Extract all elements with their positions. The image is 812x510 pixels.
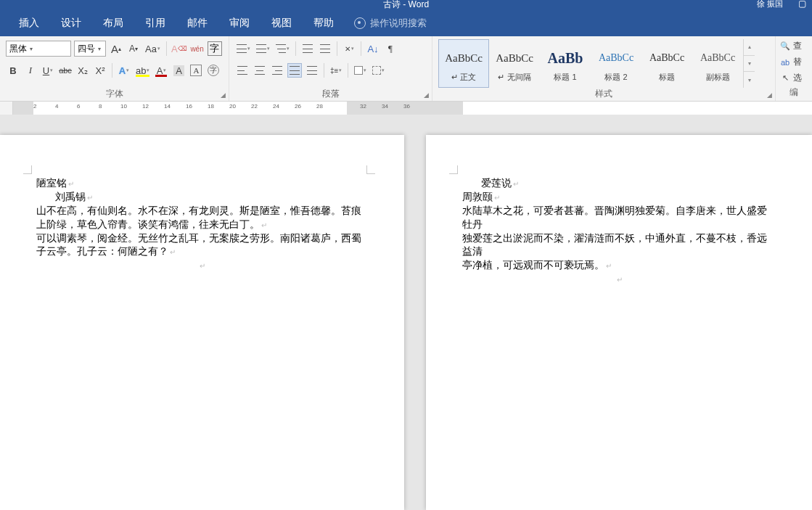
- align-left-button[interactable]: [235, 63, 250, 78]
- char-shading-button[interactable]: A: [171, 63, 186, 78]
- style-heading-1[interactable]: AaBb 标题 1: [540, 39, 591, 88]
- ruler-corner[interactable]: [0, 102, 13, 115]
- doc1-title: 陋室铭: [36, 178, 67, 189]
- change-case-button[interactable]: Aa▾: [144, 41, 162, 56]
- page-2-content[interactable]: 爱莲说↵ 周敦颐↵ 水陆草木之花，可爱者甚蕃。晋陶渊明独爱菊。自李唐来，世人盛爱…: [462, 177, 776, 287]
- style-no-spacing[interactable]: AaBbCc ↵ 无间隔: [489, 39, 540, 88]
- font-dialog-launcher[interactable]: ◢: [218, 91, 227, 99]
- enclose-characters-button[interactable]: 字: [208, 41, 222, 56]
- style-name-label: ↵ 无间隔: [498, 72, 530, 83]
- scroll-down-icon[interactable]: ▾: [744, 56, 755, 73]
- separator: [166, 41, 167, 56]
- subscript-button[interactable]: X₂: [75, 63, 90, 78]
- styles-dialog-launcher[interactable]: ◢: [765, 91, 774, 99]
- replace-label: 替: [793, 56, 802, 68]
- shrink-font-button[interactable]: A▾: [126, 41, 141, 56]
- font-name-value: 黑体: [9, 43, 27, 55]
- document-title: 古诗 - Word: [383, 0, 429, 11]
- font-name-combo[interactable]: 黑体▾: [6, 41, 71, 57]
- style-name-label: 副标题: [706, 72, 730, 83]
- show-marks-button[interactable]: ¶: [383, 41, 398, 56]
- style-name-label: 标题 1: [554, 72, 576, 83]
- superscript-button[interactable]: X²: [93, 63, 107, 78]
- char-border-button[interactable]: A: [189, 63, 203, 78]
- scroll-up-icon[interactable]: ▴: [744, 39, 755, 56]
- expand-gallery-icon[interactable]: ▾: [744, 72, 755, 88]
- shading-button[interactable]: ▾: [353, 63, 368, 78]
- font-size-value: 四号: [78, 43, 95, 55]
- asian-layout-button[interactable]: ✕▾: [342, 41, 356, 56]
- tab-review[interactable]: 审阅: [219, 12, 260, 34]
- tab-design[interactable]: 设计: [51, 12, 91, 34]
- paragraph-mark-icon: ↵: [606, 262, 612, 270]
- ruler-bar: 246810121416182022242628323436: [0, 102, 812, 115]
- search-icon: 🔍: [780, 41, 790, 52]
- chevron-down-icon: ▾: [98, 46, 101, 52]
- style-name-label: ↵ 正文: [451, 72, 476, 83]
- highlight-button[interactable]: ab▾: [134, 63, 151, 78]
- ruler-tick: 8: [99, 103, 102, 110]
- group-label-editing: 编: [777, 86, 811, 98]
- enclose-char-button[interactable]: 字: [206, 63, 221, 78]
- paragraph-dialog-launcher[interactable]: ◢: [422, 91, 430, 99]
- align-center-button[interactable]: [253, 63, 267, 78]
- tab-view[interactable]: 视图: [261, 12, 302, 34]
- grow-font-button[interactable]: A▴: [109, 41, 123, 56]
- page-1-content[interactable]: 陋室铭↵ 刘禹锡↵ 山不在高，有仙则名。水不在深，有龙则灵。斯是陋室，惟吾德馨。…: [36, 177, 368, 273]
- window-controls[interactable]: ▢: [798, 0, 806, 9]
- borders-button[interactable]: ▾: [371, 63, 386, 78]
- ruler-tick: 22: [251, 103, 258, 110]
- style-normal[interactable]: AaBbCc ↵ 正文: [438, 39, 489, 88]
- cursor-icon: ↖: [780, 73, 790, 83]
- font-size-combo[interactable]: 四号▾: [74, 41, 106, 57]
- group-label-paragraph: 段落: [235, 88, 426, 99]
- style-heading-2[interactable]: AaBbCc 标题 2: [591, 39, 641, 88]
- page-2[interactable]: 爱莲说↵ 周敦颐↵ 水陆草木之花，可爱者甚蕃。晋陶渊明独爱菊。自李唐来，世人盛爱…: [426, 135, 812, 510]
- phonetic-guide-button[interactable]: wén: [190, 41, 205, 56]
- find-button[interactable]: 🔍查: [777, 39, 811, 54]
- page-1[interactable]: 陋室铭↵ 刘禹锡↵ 山不在高，有仙则名。水不在深，有龙则灵。斯是陋室，惟吾德馨。…: [0, 135, 404, 510]
- justify-button[interactable]: [287, 63, 302, 78]
- styles-scroll[interactable]: ▴ ▾ ▾: [743, 39, 755, 88]
- strikethrough-button[interactable]: abc: [58, 63, 73, 78]
- margin-corner-icon: [366, 165, 375, 174]
- tab-insert[interactable]: 插入: [9, 12, 49, 34]
- separator: [295, 41, 296, 56]
- align-right-button[interactable]: [270, 63, 284, 78]
- tab-mailings[interactable]: 邮件: [177, 12, 218, 34]
- font-color-button[interactable]: A▾: [154, 63, 168, 78]
- horizontal-ruler[interactable]: 246810121416182022242628323436: [13, 102, 812, 115]
- select-button[interactable]: ↖选: [777, 70, 811, 85]
- italic-button[interactable]: I: [23, 63, 38, 78]
- replace-button[interactable]: ab替: [777, 55, 811, 70]
- paragraph-mark-icon: ↵: [68, 180, 74, 188]
- increase-indent-button[interactable]: [318, 41, 332, 56]
- separator: [348, 63, 348, 78]
- bullets-button[interactable]: ▾: [235, 41, 252, 56]
- tab-references[interactable]: 引用: [135, 12, 176, 34]
- title-bar: 古诗 - Word 徐 振国 ▢: [0, 0, 812, 10]
- decrease-indent-button[interactable]: [300, 41, 315, 56]
- distributed-button[interactable]: [305, 63, 319, 78]
- doc1-line-1: 山不在高，有仙则名。水不在深，有龙则灵。斯是陋室，惟吾德馨。苔痕上阶绿，草色入帘…: [36, 205, 361, 230]
- multilevel-list-button[interactable]: ▾: [274, 41, 291, 56]
- ruler-tick: 2: [33, 103, 36, 110]
- margin-corner-icon: [449, 165, 458, 174]
- ruler-tick: 32: [360, 103, 366, 110]
- style-subtitle[interactable]: AaBbCc 副标题: [692, 39, 743, 88]
- text-effects-button[interactable]: A▾: [117, 63, 131, 78]
- select-label: 选: [793, 72, 802, 84]
- sort-button[interactable]: A↓: [366, 41, 380, 56]
- doc2-author: 周敦颐: [462, 192, 493, 202]
- tell-me-search[interactable]: 操作说明搜索: [345, 12, 435, 34]
- numbering-button[interactable]: ▾: [255, 41, 271, 56]
- styles-gallery: AaBbCc ↵ 正文 AaBbCc ↵ 无间隔 AaBb 标题 1 AaBbC…: [438, 39, 769, 88]
- underline-button[interactable]: U▾: [41, 63, 55, 78]
- style-title[interactable]: AaBbCc 标题: [641, 39, 692, 88]
- bold-button[interactable]: B: [6, 63, 20, 78]
- tab-help[interactable]: 帮助: [303, 12, 344, 34]
- clear-formatting-button[interactable]: A⌫: [171, 41, 187, 56]
- tab-layout[interactable]: 布局: [93, 12, 134, 34]
- line-spacing-button[interactable]: ‡≡▾: [329, 63, 343, 78]
- separator: [361, 41, 361, 56]
